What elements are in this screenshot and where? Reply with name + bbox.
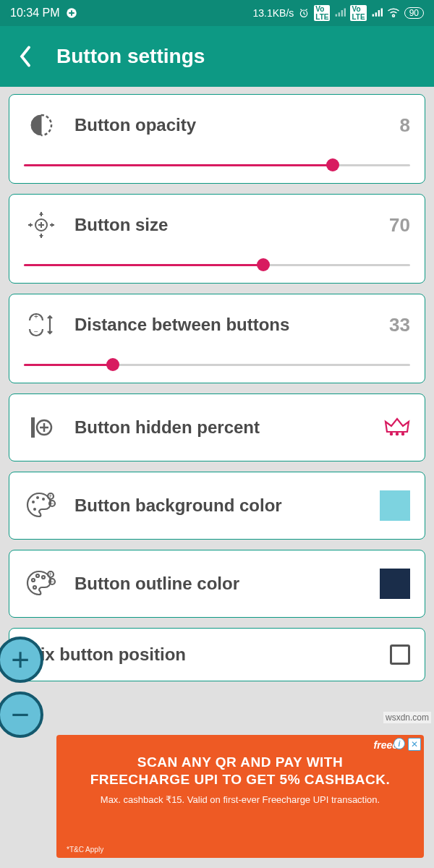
hidden-icon bbox=[24, 410, 59, 445]
distance-icon: +− bbox=[24, 307, 59, 342]
size-value: 70 bbox=[389, 214, 410, 237]
setting-bg-color[interactable]: +− Button background color bbox=[9, 472, 425, 540]
ad-banner[interactable]: freec i ✕ SCAN ANY QR AND PAY WITH FREEC… bbox=[56, 735, 424, 858]
wifi-icon bbox=[387, 8, 400, 18]
status-time: 10:34 PM bbox=[10, 7, 59, 20]
svg-rect-5 bbox=[31, 417, 35, 438]
opacity-label: Button opacity bbox=[75, 115, 384, 135]
signal-icon-2 bbox=[371, 8, 383, 18]
distance-slider[interactable] bbox=[24, 358, 410, 371]
palette-icon: +− bbox=[24, 488, 59, 523]
hidden-label: Button hidden percent bbox=[75, 417, 368, 438]
svg-point-11 bbox=[36, 496, 39, 499]
signal-icon-1 bbox=[334, 8, 346, 18]
settings-list: Button opacity 8 Button size 70 +− Dista… bbox=[0, 87, 434, 681]
setting-fix-position[interactable]: Fix button position bbox=[9, 628, 425, 681]
opacity-icon bbox=[24, 108, 59, 142]
svg-point-8 bbox=[396, 433, 398, 435]
status-netspeed: 13.1KB/s bbox=[253, 7, 294, 19]
alarm-icon bbox=[298, 7, 310, 19]
plus-circle-icon bbox=[65, 7, 78, 20]
back-button[interactable] bbox=[14, 46, 36, 67]
crown-icon bbox=[384, 416, 410, 439]
svg-point-13 bbox=[33, 508, 36, 511]
svg-point-9 bbox=[402, 433, 404, 435]
volte-badge-1: VoLTE bbox=[314, 5, 330, 21]
svg-text:+: + bbox=[34, 312, 38, 320]
title-bar: Button settings bbox=[0, 26, 434, 87]
size-label: Button size bbox=[75, 215, 373, 235]
svg-point-20 bbox=[42, 576, 45, 579]
status-bar: 10:34 PM 13.1KB/s VoLTE VoLTE 90 bbox=[0, 0, 434, 26]
svg-text:−: − bbox=[50, 500, 54, 507]
outline-color-label: Button outline color bbox=[75, 574, 364, 594]
ad-info-icon[interactable]: i bbox=[393, 738, 405, 749]
watermark: wsxdn.com bbox=[383, 712, 431, 723]
svg-text:+: + bbox=[48, 571, 52, 578]
ad-headline-1: SCAN ANY QR AND PAY WITH bbox=[71, 754, 409, 771]
setting-outline-color[interactable]: +− Button outline color bbox=[9, 550, 425, 618]
setting-opacity[interactable]: Button opacity 8 bbox=[9, 94, 425, 184]
battery-indicator: 90 bbox=[404, 7, 424, 19]
bg-color-swatch[interactable] bbox=[380, 490, 410, 521]
ad-subtext: Max. cashback ₹15. Valid on first-ever F… bbox=[71, 794, 409, 805]
setting-hidden-percent[interactable]: Button hidden percent bbox=[9, 393, 425, 461]
palette-outline-icon: +− bbox=[24, 566, 59, 601]
size-slider[interactable] bbox=[24, 258, 410, 271]
opacity-value: 8 bbox=[400, 114, 410, 137]
opacity-slider[interactable] bbox=[24, 158, 410, 171]
distance-label: Distance between buttons bbox=[75, 315, 373, 335]
distance-value: 33 bbox=[389, 314, 410, 336]
outline-color-swatch[interactable] bbox=[380, 569, 410, 599]
svg-point-10 bbox=[32, 501, 35, 503]
svg-point-21 bbox=[33, 586, 36, 589]
svg-text:−: − bbox=[50, 578, 54, 585]
fix-position-checkbox[interactable] bbox=[390, 644, 410, 665]
ad-close-icon[interactable]: ✕ bbox=[408, 738, 421, 751]
svg-point-12 bbox=[42, 498, 45, 501]
floating-zoom-out[interactable]: − bbox=[0, 692, 43, 738]
svg-point-19 bbox=[36, 574, 39, 577]
bg-color-label: Button background color bbox=[75, 495, 364, 516]
fix-position-label: Fix button position bbox=[30, 644, 374, 665]
volte-badge-2: VoLTE bbox=[350, 5, 366, 21]
svg-text:−: − bbox=[34, 328, 38, 336]
ad-headline-2: FREECHARGE UPI TO GET 5% CASHBACK. bbox=[71, 771, 409, 788]
svg-point-7 bbox=[391, 433, 392, 435]
svg-text:+: + bbox=[48, 493, 52, 500]
svg-point-18 bbox=[32, 579, 35, 582]
setting-distance[interactable]: +− Distance between buttons 33 bbox=[9, 294, 425, 383]
setting-size[interactable]: Button size 70 bbox=[9, 194, 425, 284]
size-icon bbox=[24, 208, 59, 242]
page-title: Button settings bbox=[56, 45, 205, 68]
ad-tnc: *T&C Apply bbox=[67, 846, 103, 854]
